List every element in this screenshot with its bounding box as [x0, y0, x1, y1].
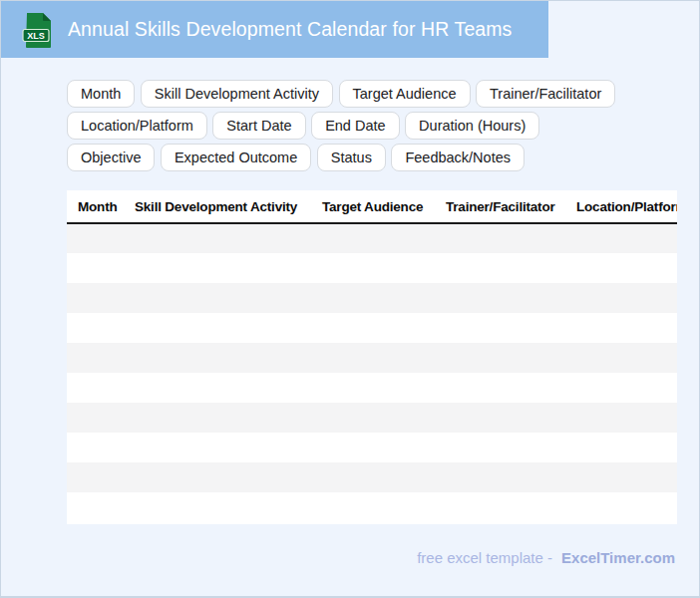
table-cell: [565, 253, 677, 283]
column-header-target-audience: Target Audience: [311, 190, 435, 223]
table-header-row: MonthSkill Development ActivityTarget Au…: [67, 190, 677, 223]
table-cell: [67, 492, 124, 522]
table-cell: [565, 223, 677, 253]
table-cell: [311, 283, 435, 313]
table-cell: [124, 492, 311, 522]
column-header-location-platform: Location/Platform: [565, 190, 677, 223]
table-cell: [565, 343, 677, 373]
table-cell: [124, 313, 311, 343]
table-cell: [435, 373, 565, 403]
preview-table: MonthSkill Development ActivityTarget Au…: [67, 190, 677, 522]
table-cell: [67, 343, 124, 373]
table-cell: [565, 462, 677, 492]
table-cell: [311, 462, 435, 492]
footer-credit: free excel template -ExcelTimer.com: [417, 549, 675, 566]
table-cell: [435, 462, 565, 492]
table-cell: [311, 433, 435, 462]
column-header-skill-development-activity: Skill Development Activity: [124, 190, 311, 223]
table-cell: [435, 343, 565, 373]
column-chips: MonthSkill Development ActivityTarget Au…: [67, 80, 623, 171]
title-bar: XLS Annual Skills Development Calendar f…: [1, 1, 548, 58]
table-row: [67, 253, 677, 283]
column-chip-month[interactable]: Month: [67, 80, 135, 108]
table-cell: [565, 373, 677, 403]
table-cell: [435, 283, 565, 313]
table-cell: [311, 343, 435, 373]
column-chip-skill-development-activity[interactable]: Skill Development Activity: [141, 80, 333, 108]
table-cell: [435, 433, 565, 462]
table-row: [67, 283, 677, 313]
table-cell: [435, 403, 565, 433]
table-cell: [67, 433, 124, 462]
footer-credit-label: free excel template -: [417, 549, 552, 566]
table-row: [67, 462, 677, 492]
svg-text:XLS: XLS: [27, 31, 45, 41]
table-cell: [311, 403, 435, 433]
table-cell: [565, 403, 677, 433]
column-chip-trainer-facilitator[interactable]: Trainer/Facilitator: [476, 80, 615, 108]
table-cell: [435, 313, 565, 343]
table-cell: [67, 283, 124, 313]
table-cell: [435, 223, 565, 253]
table-row: [67, 492, 677, 522]
xls-file-icon: XLS: [22, 12, 52, 48]
column-chip-start-date[interactable]: Start Date: [212, 112, 305, 140]
table-row: [67, 373, 677, 403]
page: XLS Annual Skills Development Calendar f…: [0, 0, 700, 598]
table-cell: [311, 223, 435, 253]
table-cell: [311, 313, 435, 343]
table-cell: [67, 313, 124, 343]
table-row: [67, 343, 677, 373]
table-cell: [124, 403, 311, 433]
column-chip-end-date[interactable]: End Date: [311, 112, 399, 140]
column-header-month: Month: [67, 190, 124, 223]
table-cell: [565, 283, 677, 313]
column-chip-feedback-notes[interactable]: Feedback/Notes: [391, 144, 525, 171]
column-chip-duration-hours-[interactable]: Duration (Hours): [405, 112, 539, 140]
preview-table-container: MonthSkill Development ActivityTarget Au…: [67, 190, 677, 524]
table-cell: [67, 223, 124, 253]
table-cell: [565, 492, 677, 522]
table-cell: [124, 283, 311, 313]
table-cell: [565, 433, 677, 462]
table-body: [67, 223, 677, 522]
table-row: [67, 403, 677, 433]
table-cell: [124, 223, 311, 253]
column-chip-status[interactable]: Status: [317, 144, 386, 171]
table-row: [67, 433, 677, 462]
page-title: Annual Skills Development Calendar for H…: [68, 1, 512, 58]
table-row: [67, 313, 677, 343]
exceltimer-brand-link[interactable]: ExcelTimer.com: [561, 549, 675, 566]
table-cell: [124, 433, 311, 462]
table-cell: [67, 462, 124, 492]
table-cell: [435, 492, 565, 522]
table-cell: [311, 492, 435, 522]
column-header-trainer-facilitator: Trainer/Facilitator: [435, 190, 565, 223]
table-cell: [565, 313, 677, 343]
table-cell: [311, 373, 435, 403]
table-cell: [124, 343, 311, 373]
table-cell: [124, 253, 311, 283]
table-cell: [67, 403, 124, 433]
table-row: [67, 223, 677, 253]
table-cell: [124, 462, 311, 492]
column-chip-location-platform[interactable]: Location/Platform: [67, 112, 207, 140]
table-cell: [67, 253, 124, 283]
table-cell: [435, 253, 565, 283]
table-cell: [124, 373, 311, 403]
table-cell: [67, 373, 124, 403]
column-chip-target-audience[interactable]: Target Audience: [339, 80, 471, 108]
column-chip-objective[interactable]: Objective: [67, 144, 155, 171]
column-chip-expected-outcome[interactable]: Expected Outcome: [161, 144, 311, 171]
table-cell: [311, 253, 435, 283]
